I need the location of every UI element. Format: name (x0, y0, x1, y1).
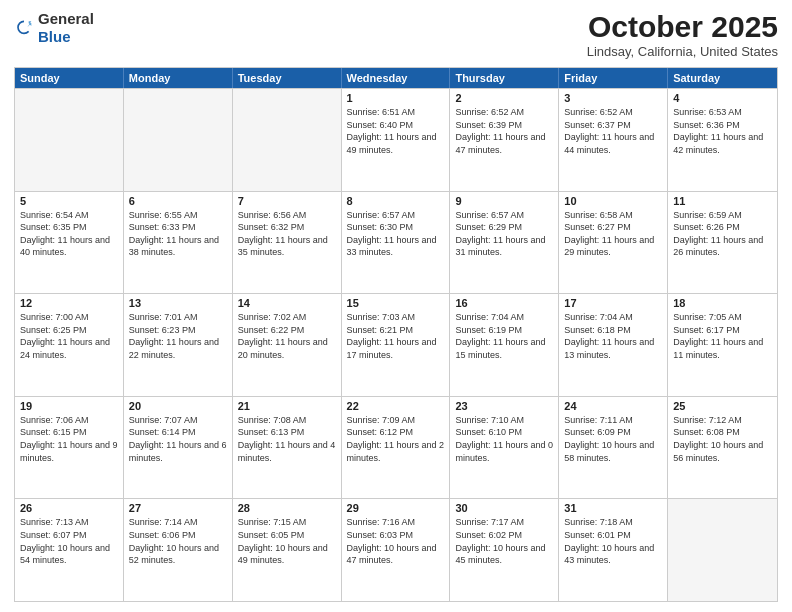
day-cell-5: 5Sunrise: 6:54 AM Sunset: 6:35 PM Daylig… (15, 192, 124, 294)
day-cell-25: 25Sunrise: 7:12 AM Sunset: 6:08 PM Dayli… (668, 397, 777, 499)
day-number: 7 (238, 195, 336, 207)
day-cell-29: 29Sunrise: 7:16 AM Sunset: 6:03 PM Dayli… (342, 499, 451, 601)
day-number: 2 (455, 92, 553, 104)
calendar-header: SundayMondayTuesdayWednesdayThursdayFrid… (15, 68, 777, 88)
cell-info: Sunrise: 7:18 AM Sunset: 6:01 PM Dayligh… (564, 516, 662, 566)
cell-info: Sunrise: 7:06 AM Sunset: 6:15 PM Dayligh… (20, 414, 118, 464)
day-number: 19 (20, 400, 118, 412)
cell-info: Sunrise: 7:15 AM Sunset: 6:05 PM Dayligh… (238, 516, 336, 566)
day-number: 12 (20, 297, 118, 309)
cell-info: Sunrise: 7:16 AM Sunset: 6:03 PM Dayligh… (347, 516, 445, 566)
day-header-saturday: Saturday (668, 68, 777, 88)
calendar: SundayMondayTuesdayWednesdayThursdayFrid… (14, 67, 778, 602)
cell-info: Sunrise: 7:05 AM Sunset: 6:17 PM Dayligh… (673, 311, 772, 361)
day-cell-23: 23Sunrise: 7:10 AM Sunset: 6:10 PM Dayli… (450, 397, 559, 499)
calendar-body: 1Sunrise: 6:51 AM Sunset: 6:40 PM Daylig… (15, 88, 777, 601)
cell-info: Sunrise: 7:07 AM Sunset: 6:14 PM Dayligh… (129, 414, 227, 464)
cell-info: Sunrise: 7:03 AM Sunset: 6:21 PM Dayligh… (347, 311, 445, 361)
day-number: 24 (564, 400, 662, 412)
logo-general: General (38, 10, 94, 27)
empty-cell (233, 89, 342, 191)
empty-cell (668, 499, 777, 601)
day-header-friday: Friday (559, 68, 668, 88)
day-number: 26 (20, 502, 118, 514)
day-number: 31 (564, 502, 662, 514)
cell-info: Sunrise: 6:52 AM Sunset: 6:39 PM Dayligh… (455, 106, 553, 156)
day-number: 27 (129, 502, 227, 514)
day-cell-19: 19Sunrise: 7:06 AM Sunset: 6:15 PM Dayli… (15, 397, 124, 499)
cell-info: Sunrise: 7:02 AM Sunset: 6:22 PM Dayligh… (238, 311, 336, 361)
day-header-sunday: Sunday (15, 68, 124, 88)
day-number: 25 (673, 400, 772, 412)
day-cell-13: 13Sunrise: 7:01 AM Sunset: 6:23 PM Dayli… (124, 294, 233, 396)
week-row-4: 26Sunrise: 7:13 AM Sunset: 6:07 PM Dayli… (15, 498, 777, 601)
cell-info: Sunrise: 6:58 AM Sunset: 6:27 PM Dayligh… (564, 209, 662, 259)
cell-info: Sunrise: 6:53 AM Sunset: 6:36 PM Dayligh… (673, 106, 772, 156)
cell-info: Sunrise: 7:01 AM Sunset: 6:23 PM Dayligh… (129, 311, 227, 361)
cell-info: Sunrise: 6:52 AM Sunset: 6:37 PM Dayligh… (564, 106, 662, 156)
day-cell-24: 24Sunrise: 7:11 AM Sunset: 6:09 PM Dayli… (559, 397, 668, 499)
day-number: 29 (347, 502, 445, 514)
page: General Blue October 2025 Lindsay, Calif… (0, 0, 792, 612)
logo-text: General Blue (38, 10, 94, 46)
cell-info: Sunrise: 6:57 AM Sunset: 6:29 PM Dayligh… (455, 209, 553, 259)
cell-info: Sunrise: 6:57 AM Sunset: 6:30 PM Dayligh… (347, 209, 445, 259)
day-cell-17: 17Sunrise: 7:04 AM Sunset: 6:18 PM Dayli… (559, 294, 668, 396)
cell-info: Sunrise: 7:11 AM Sunset: 6:09 PM Dayligh… (564, 414, 662, 464)
day-cell-15: 15Sunrise: 7:03 AM Sunset: 6:21 PM Dayli… (342, 294, 451, 396)
day-number: 20 (129, 400, 227, 412)
day-number: 21 (238, 400, 336, 412)
day-cell-30: 30Sunrise: 7:17 AM Sunset: 6:02 PM Dayli… (450, 499, 559, 601)
day-number: 23 (455, 400, 553, 412)
cell-info: Sunrise: 7:09 AM Sunset: 6:12 PM Dayligh… (347, 414, 445, 464)
day-number: 22 (347, 400, 445, 412)
cell-info: Sunrise: 6:51 AM Sunset: 6:40 PM Dayligh… (347, 106, 445, 156)
day-cell-31: 31Sunrise: 7:18 AM Sunset: 6:01 PM Dayli… (559, 499, 668, 601)
day-cell-6: 6Sunrise: 6:55 AM Sunset: 6:33 PM Daylig… (124, 192, 233, 294)
day-cell-18: 18Sunrise: 7:05 AM Sunset: 6:17 PM Dayli… (668, 294, 777, 396)
cell-info: Sunrise: 7:13 AM Sunset: 6:07 PM Dayligh… (20, 516, 118, 566)
cell-info: Sunrise: 7:00 AM Sunset: 6:25 PM Dayligh… (20, 311, 118, 361)
day-cell-2: 2Sunrise: 6:52 AM Sunset: 6:39 PM Daylig… (450, 89, 559, 191)
day-cell-28: 28Sunrise: 7:15 AM Sunset: 6:05 PM Dayli… (233, 499, 342, 601)
day-header-wednesday: Wednesday (342, 68, 451, 88)
day-cell-8: 8Sunrise: 6:57 AM Sunset: 6:30 PM Daylig… (342, 192, 451, 294)
empty-cell (15, 89, 124, 191)
cell-info: Sunrise: 7:14 AM Sunset: 6:06 PM Dayligh… (129, 516, 227, 566)
day-number: 10 (564, 195, 662, 207)
day-cell-21: 21Sunrise: 7:08 AM Sunset: 6:13 PM Dayli… (233, 397, 342, 499)
cell-info: Sunrise: 6:55 AM Sunset: 6:33 PM Dayligh… (129, 209, 227, 259)
day-header-monday: Monday (124, 68, 233, 88)
day-number: 6 (129, 195, 227, 207)
day-cell-22: 22Sunrise: 7:09 AM Sunset: 6:12 PM Dayli… (342, 397, 451, 499)
week-row-2: 12Sunrise: 7:00 AM Sunset: 6:25 PM Dayli… (15, 293, 777, 396)
day-number: 30 (455, 502, 553, 514)
cell-info: Sunrise: 7:04 AM Sunset: 6:19 PM Dayligh… (455, 311, 553, 361)
logo-icon (14, 18, 34, 38)
day-cell-27: 27Sunrise: 7:14 AM Sunset: 6:06 PM Dayli… (124, 499, 233, 601)
location: Lindsay, California, United States (587, 44, 778, 59)
day-number: 17 (564, 297, 662, 309)
day-number: 4 (673, 92, 772, 104)
week-row-0: 1Sunrise: 6:51 AM Sunset: 6:40 PM Daylig… (15, 88, 777, 191)
week-row-1: 5Sunrise: 6:54 AM Sunset: 6:35 PM Daylig… (15, 191, 777, 294)
week-row-3: 19Sunrise: 7:06 AM Sunset: 6:15 PM Dayli… (15, 396, 777, 499)
day-number: 15 (347, 297, 445, 309)
day-cell-12: 12Sunrise: 7:00 AM Sunset: 6:25 PM Dayli… (15, 294, 124, 396)
empty-cell (124, 89, 233, 191)
logo-blue: Blue (38, 28, 71, 45)
day-header-tuesday: Tuesday (233, 68, 342, 88)
day-number: 13 (129, 297, 227, 309)
day-number: 16 (455, 297, 553, 309)
cell-info: Sunrise: 7:08 AM Sunset: 6:13 PM Dayligh… (238, 414, 336, 464)
cell-info: Sunrise: 7:10 AM Sunset: 6:10 PM Dayligh… (455, 414, 553, 464)
day-cell-1: 1Sunrise: 6:51 AM Sunset: 6:40 PM Daylig… (342, 89, 451, 191)
day-number: 9 (455, 195, 553, 207)
day-cell-7: 7Sunrise: 6:56 AM Sunset: 6:32 PM Daylig… (233, 192, 342, 294)
cell-info: Sunrise: 6:56 AM Sunset: 6:32 PM Dayligh… (238, 209, 336, 259)
day-cell-26: 26Sunrise: 7:13 AM Sunset: 6:07 PM Dayli… (15, 499, 124, 601)
day-number: 8 (347, 195, 445, 207)
cell-info: Sunrise: 6:59 AM Sunset: 6:26 PM Dayligh… (673, 209, 772, 259)
day-number: 18 (673, 297, 772, 309)
day-number: 1 (347, 92, 445, 104)
